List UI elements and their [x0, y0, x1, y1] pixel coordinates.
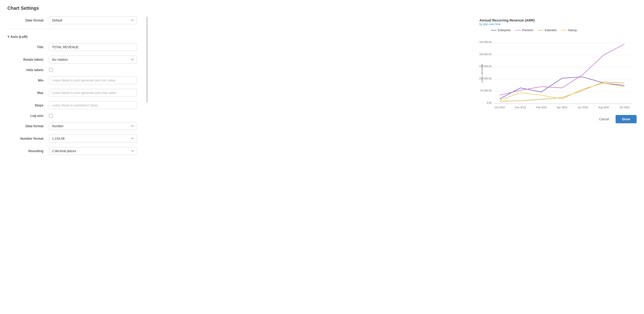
svg-text:Dec 2019: Dec 2019	[515, 106, 526, 109]
page-title: Chart Settings	[8, 5, 636, 11]
min-label: Min	[8, 78, 49, 82]
max-input[interactable]	[49, 89, 137, 97]
rotate-labels-label: Rotate labels	[8, 58, 49, 61]
legend-enterprise-label: Enterprise	[498, 29, 510, 32]
svg-text:Jun 2020: Jun 2020	[578, 106, 588, 109]
svg-text:Aug 2020: Aug 2020	[598, 106, 609, 109]
title-label: Title	[8, 45, 49, 49]
data-format-row: Data format Number Currency Percentage	[8, 122, 137, 130]
rounding-select[interactable]: 2 decimal places 0 decimal places 1 deci…	[49, 147, 137, 155]
title-row: Title	[8, 43, 137, 51]
svg-text:0,00: 0,00	[486, 101, 492, 104]
chart-actions: Cancel Done	[480, 115, 636, 123]
number-format-label: Number format	[8, 137, 49, 140]
svg-text:Oct 2019: Oct 2019	[495, 106, 505, 109]
max-row: Max	[8, 89, 137, 97]
legend-startup-label: Startup	[568, 29, 577, 32]
data-format-select[interactable]: Number Currency Percentage	[49, 122, 137, 130]
legend-premium-label: Premium	[522, 29, 533, 32]
chart-svg-wrapper: 0,00 50.000,00 100.000,00 150.000,00 200…	[480, 33, 636, 109]
steps-label: Steps	[8, 103, 49, 107]
legend-item-premium: Premium	[515, 29, 533, 32]
legend-item-extended: Extended	[538, 29, 556, 32]
log-axis-label: Log axis	[8, 114, 49, 117]
scroll-divider	[146, 16, 148, 160]
hide-labels-checkbox[interactable]	[49, 68, 53, 72]
chart-container: Annual Recurring Revenue (ARR) by plan o…	[480, 18, 636, 109]
hide-labels-row: Hide labels	[8, 68, 137, 72]
steps-row: Steps	[8, 101, 137, 109]
title-input[interactable]	[49, 43, 137, 51]
data-format-label: Data format	[8, 124, 49, 128]
svg-text:50.000,00: 50.000,00	[480, 89, 492, 92]
svg-text:Feb 2020: Feb 2020	[536, 106, 546, 109]
done-button[interactable]: Done	[616, 115, 636, 123]
chart-panel: Annual Recurring Revenue (ARR) by plan o…	[157, 16, 636, 123]
chart-subtitle: by plan over time	[480, 23, 636, 26]
legend-item-startup: Startup	[561, 29, 577, 32]
hide-labels-label: Hide labels	[8, 68, 49, 72]
settings-panel: Date format Default MM/DD/YYYY DD/MM/YYY…	[8, 16, 137, 160]
number-format-select[interactable]: 1.234,56 1,234.56 1234.56	[49, 135, 137, 142]
min-input[interactable]	[49, 76, 137, 84]
rotate-labels-row: Rotate labels No rotation 45° 90°	[8, 56, 137, 63]
log-axis-checkbox[interactable]	[49, 114, 53, 117]
cancel-button[interactable]: Cancel	[595, 115, 613, 123]
y-axis-section-label: Y Axis (Left)	[8, 35, 137, 38]
date-format-select[interactable]: Default MM/DD/YYYY DD/MM/YYYY YYYY-MM-DD	[49, 16, 137, 24]
svg-text:200.000,00: 200.000,00	[480, 53, 492, 56]
svg-text:250.000,00: 250.000,00	[480, 41, 492, 43]
min-row: Min	[8, 76, 137, 84]
svg-text:Apr 2020: Apr 2020	[557, 106, 567, 109]
svg-text:Oct 2020: Oct 2020	[619, 106, 630, 109]
date-format-row: Date format Default MM/DD/YYYY DD/MM/YYY…	[8, 16, 137, 29]
date-format-label: Date format	[8, 18, 49, 22]
number-format-row: Number format 1.234,56 1,234.56 1234.56	[8, 135, 137, 142]
svg-text:TOTAL REVENUE: TOTAL REVENUE	[481, 64, 483, 83]
rounding-label: Rounding	[8, 149, 49, 153]
log-axis-row: Log axis	[8, 114, 137, 117]
legend-extended-label: Extended	[545, 29, 556, 32]
steps-input[interactable]	[49, 101, 137, 109]
chart-title: Annual Recurring Revenue (ARR)	[480, 18, 636, 22]
rotate-labels-select[interactable]: No rotation 45° 90°	[49, 56, 137, 63]
max-label: Max	[8, 91, 49, 95]
legend-item-enterprise: Enterprise	[491, 29, 510, 32]
rounding-row: Rounding 2 decimal places 0 decimal plac…	[8, 147, 137, 155]
